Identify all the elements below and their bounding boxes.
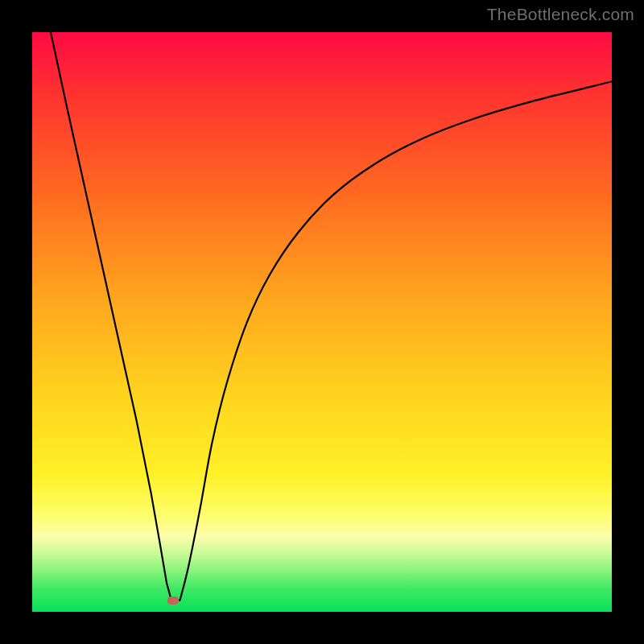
bottleneck-curve: [32, 32, 612, 612]
watermark-text: TheBottleneck.com: [487, 5, 634, 24]
plot-area: [32, 32, 612, 612]
optimum-marker: [167, 597, 179, 605]
chart-frame: TheBottleneck.com: [0, 0, 644, 644]
